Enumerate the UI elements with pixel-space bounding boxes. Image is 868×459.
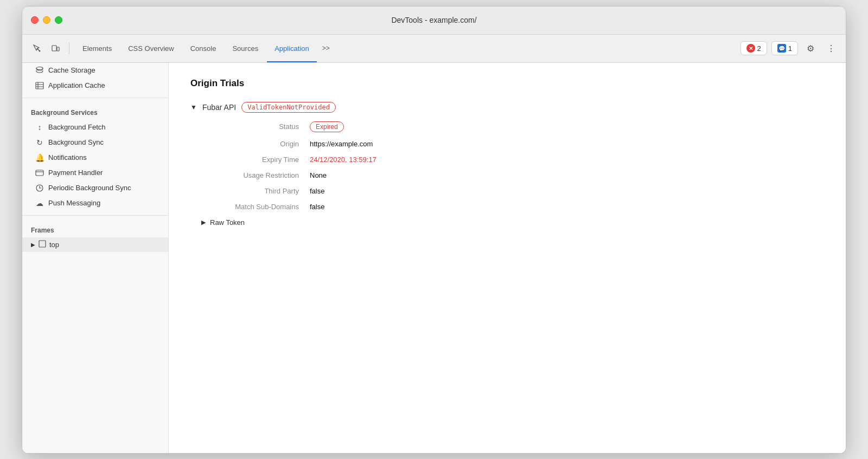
svg-rect-1 bbox=[57, 47, 59, 51]
close-button[interactable] bbox=[31, 16, 39, 24]
usage-label: Usage Restriction bbox=[201, 171, 310, 179]
raw-token-expand-arrow[interactable]: ▶ bbox=[201, 219, 206, 226]
toolbar-right: ✕ 2 💬 1 ⚙ ⋮ bbox=[741, 40, 839, 56]
toolbar-separator-1 bbox=[69, 42, 69, 54]
match-subdomains-value: false bbox=[310, 203, 324, 211]
more-options-button[interactable]: ⋮ bbox=[823, 40, 839, 56]
error-count-button[interactable]: ✕ 2 bbox=[741, 41, 767, 55]
svg-rect-7 bbox=[36, 170, 43, 176]
sidebar: Cache Storage Application Cache bbox=[22, 63, 169, 453]
sidebar-item-application-cache[interactable]: Application Cache bbox=[22, 78, 168, 93]
background-sync-icon: ↻ bbox=[35, 138, 44, 147]
trial-details: Status Expired Origin https://example.co… bbox=[201, 121, 824, 227]
svg-rect-12 bbox=[39, 241, 46, 247]
devtools-window: DevTools - example.com/ Elements CSS Ove… bbox=[22, 6, 846, 454]
raw-token-label: Raw Token bbox=[210, 218, 245, 227]
expiry-value: 24/12/2020, 13:59:17 bbox=[310, 156, 376, 164]
svg-point-2 bbox=[36, 67, 43, 69]
origin-label: Origin bbox=[201, 140, 310, 148]
sidebar-item-background-sync[interactable]: ↻ Background Sync bbox=[22, 135, 168, 150]
settings-button[interactable]: ⚙ bbox=[802, 40, 819, 56]
frames-header: Frames bbox=[22, 220, 168, 237]
frame-arrow-icon: ▶ bbox=[31, 242, 35, 248]
expiry-row: Expiry Time 24/12/2020, 13:59:17 bbox=[201, 156, 824, 164]
sidebar-item-notifications[interactable]: 🔔 Notifications bbox=[22, 150, 168, 165]
cache-storage-icon bbox=[35, 66, 44, 75]
sidebar-item-background-fetch[interactable]: ↕ Background Fetch bbox=[22, 120, 168, 135]
title-bar: DevTools - example.com/ bbox=[22, 7, 846, 35]
sidebar-item-cache-storage[interactable]: Cache Storage bbox=[22, 63, 168, 78]
sidebar-divider-2 bbox=[22, 215, 168, 216]
sidebar-item-top[interactable]: ▶ top bbox=[22, 237, 168, 252]
status-value: Expired bbox=[310, 121, 344, 132]
toolbar-tabs: Elements CSS Overview Console Sources Ap… bbox=[75, 35, 738, 62]
trial-header: ▼ Fubar API ValidTokenNotProvided bbox=[190, 102, 824, 113]
push-messaging-icon: ☁ bbox=[35, 199, 44, 208]
more-tabs-button[interactable]: >> bbox=[318, 40, 334, 56]
tab-console[interactable]: Console bbox=[183, 35, 224, 62]
payment-handler-icon bbox=[35, 169, 44, 177]
frames-section: Frames ▶ top bbox=[22, 220, 168, 252]
maximize-button[interactable] bbox=[55, 16, 62, 24]
sidebar-item-payment-handler[interactable]: Payment Handler bbox=[22, 165, 168, 180]
raw-token-row: ▶ Raw Token bbox=[201, 218, 824, 227]
inspect-element-button[interactable] bbox=[29, 40, 45, 56]
application-cache-icon bbox=[35, 81, 44, 90]
trial-expand-arrow[interactable]: ▼ bbox=[190, 104, 197, 111]
device-toolbar-button[interactable] bbox=[47, 40, 63, 56]
status-label: Status bbox=[201, 122, 310, 131]
error-badge: ✕ bbox=[746, 44, 755, 53]
background-fetch-icon: ↕ bbox=[35, 123, 44, 132]
tab-sources[interactable]: Sources bbox=[225, 35, 266, 62]
usage-row: Usage Restriction None bbox=[201, 171, 824, 179]
svg-rect-0 bbox=[52, 46, 56, 51]
match-subdomains-row: Match Sub-Domains false bbox=[201, 203, 824, 211]
status-row: Status Expired bbox=[201, 121, 824, 132]
traffic-lights bbox=[31, 16, 62, 24]
tab-application[interactable]: Application bbox=[267, 35, 317, 62]
trial-status-badge: ValidTokenNotProvided bbox=[241, 102, 336, 113]
tab-css-overview[interactable]: CSS Overview bbox=[120, 35, 182, 62]
sidebar-item-push-messaging[interactable]: ☁ Push Messaging bbox=[22, 196, 168, 211]
third-party-row: Third Party false bbox=[201, 187, 824, 195]
origin-row: Origin https://example.com bbox=[201, 140, 824, 148]
background-services-header: Background Services bbox=[22, 102, 168, 120]
tab-elements[interactable]: Elements bbox=[75, 35, 119, 62]
origin-value: https://example.com bbox=[310, 140, 373, 148]
storage-section: Cache Storage Application Cache bbox=[22, 63, 168, 93]
background-services-section: Background Services ↕ Background Fetch ↻… bbox=[22, 102, 168, 211]
notifications-icon: 🔔 bbox=[35, 153, 44, 162]
match-subdomains-label: Match Sub-Domains bbox=[201, 203, 310, 211]
toolbar: Elements CSS Overview Console Sources Ap… bbox=[22, 35, 846, 63]
expiry-label: Expiry Time bbox=[201, 156, 310, 164]
third-party-label: Third Party bbox=[201, 187, 310, 195]
sidebar-divider-1 bbox=[22, 98, 168, 98]
third-party-value: false bbox=[310, 187, 324, 195]
window-title: DevTools - example.com/ bbox=[391, 16, 476, 24]
svg-rect-3 bbox=[36, 82, 43, 89]
main-area: Cache Storage Application Cache bbox=[22, 63, 846, 453]
info-badge: 💬 bbox=[777, 44, 786, 53]
origin-trial-section: ▼ Fubar API ValidTokenNotProvided Status… bbox=[190, 102, 824, 227]
frame-page-icon bbox=[39, 240, 46, 249]
content-panel: Origin Trials ▼ Fubar API ValidTokenNotP… bbox=[169, 63, 846, 453]
periodic-background-sync-icon bbox=[35, 184, 44, 192]
usage-value: None bbox=[310, 171, 327, 179]
info-count-button[interactable]: 💬 1 bbox=[771, 41, 798, 55]
minimize-button[interactable] bbox=[43, 16, 50, 24]
trial-name: Fubar API bbox=[202, 103, 236, 112]
sidebar-item-periodic-background-sync[interactable]: Periodic Background Sync bbox=[22, 180, 168, 196]
page-title: Origin Trials bbox=[190, 78, 824, 89]
